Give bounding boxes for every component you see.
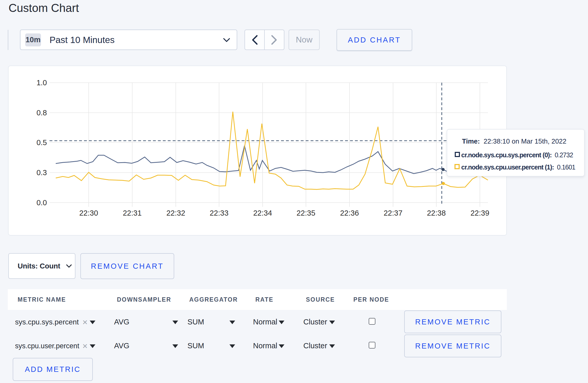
svg-text:22:32: 22:32 bbox=[166, 209, 185, 217]
svg-text:22:33: 22:33 bbox=[210, 209, 229, 217]
svg-text:0.3: 0.3 bbox=[37, 168, 47, 177]
svg-text:22:37: 22:37 bbox=[384, 209, 403, 217]
svg-text:22:38: 22:38 bbox=[427, 209, 446, 217]
svg-text:22:30: 22:30 bbox=[79, 209, 98, 217]
svg-text:0.5: 0.5 bbox=[37, 138, 47, 147]
svg-text:22:31: 22:31 bbox=[123, 209, 142, 217]
svg-text:0.0: 0.0 bbox=[37, 198, 47, 207]
svg-text:1.0: 1.0 bbox=[37, 79, 47, 87]
svg-text:0.8: 0.8 bbox=[37, 109, 47, 117]
svg-text:22:36: 22:36 bbox=[340, 209, 359, 217]
svg-text:22:34: 22:34 bbox=[253, 209, 272, 217]
svg-text:22:39: 22:39 bbox=[471, 209, 489, 217]
svg-text:22:35: 22:35 bbox=[297, 209, 316, 217]
